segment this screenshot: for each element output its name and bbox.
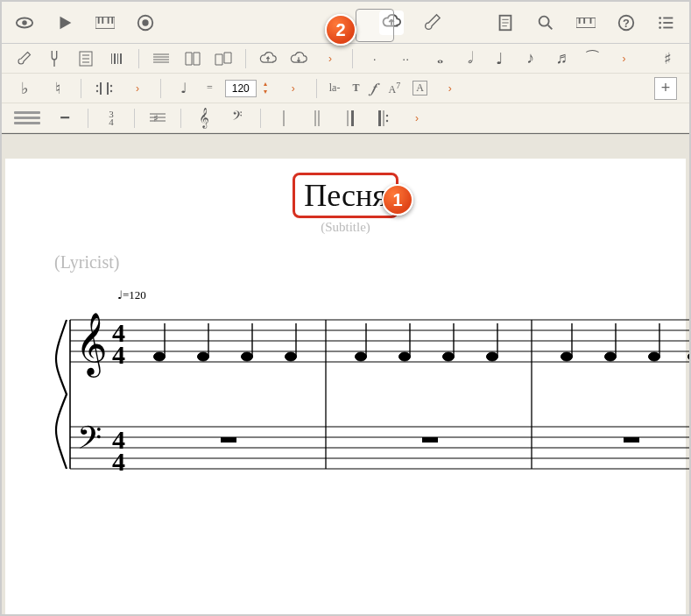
time-sig-34-icon[interactable]: 34 [101,108,122,129]
svg-rect-101 [221,437,236,443]
eighth-note-icon[interactable]: ♪ [521,48,540,69]
tie-icon[interactable]: ⁀ [583,48,603,69]
tempo-down-icon[interactable]: ▾ [260,89,271,96]
barline-repeat-icon[interactable] [373,108,394,129]
document-icon[interactable] [493,11,518,35]
guitar-icon[interactable] [420,11,444,35]
canvas-area: Песня (Subtitle) (Lyricist) ♩=120 [2,134,689,616]
sixteenth-note-icon[interactable]: ♬ [552,48,571,69]
barline-final-icon[interactable] [340,108,361,129]
minus-icon[interactable]: − [54,108,75,129]
svg-text:4: 4 [112,340,125,369]
svg-text:?: ? [623,16,630,29]
tempo-input[interactable] [225,80,257,97]
svg-point-91 [487,352,498,361]
svg-rect-34 [120,53,122,64]
svg-point-77 [154,352,166,361]
barline-single-icon[interactable] [273,108,294,129]
repeat-bars-icon[interactable] [94,78,115,99]
lyricist-placeholder[interactable]: (Lyricist) [54,252,686,273]
svg-point-8 [142,19,148,25]
svg-rect-102 [422,437,438,443]
half-note-icon[interactable]: 𝅗𝅥 [459,48,478,69]
menu-icon[interactable] [14,109,40,128]
svg-point-99 [688,352,690,361]
grand-staff[interactable]: 𝄞 𝄢 4 4 4 4 [54,311,686,478]
double-dot-icon[interactable]: ·· [396,48,415,69]
svg-point-57 [386,119,388,121]
chevron-right-icon[interactable]: › [406,108,427,129]
svg-text:𝄞: 𝄞 [75,313,108,379]
books-icon[interactable] [215,48,234,69]
svg-point-97 [649,352,660,361]
tempo-input-group: ▴ ▾ [225,80,271,97]
record-icon[interactable] [133,11,158,35]
svg-text:♯: ♯ [153,112,159,124]
whole-note-icon[interactable]: 𝅝 [427,48,447,69]
score-page[interactable]: Песня (Subtitle) (Lyricist) ♩=120 [5,159,686,615]
score-page-icon[interactable] [76,48,95,69]
svg-point-24 [659,17,661,19]
help-icon[interactable]: ? [614,11,638,35]
tempo-marking[interactable]: ♩=120 [117,288,686,302]
sharp-icon[interactable]: ♯ [658,48,677,69]
svg-point-85 [356,352,367,361]
chord-tool[interactable]: A7 [388,81,400,96]
cloud-up-small-icon[interactable] [258,48,278,69]
svg-rect-3 [98,17,100,23]
staff-icon[interactable] [152,48,171,69]
add-button[interactable]: + [654,77,677,100]
book-icon[interactable] [183,48,202,69]
text-tool[interactable]: T [352,81,359,95]
piano-icon[interactable] [93,11,117,35]
cloud-down-small-icon[interactable] [290,48,309,69]
svg-point-95 [605,352,617,361]
tool-row-1: › · ·· 𝅝 𝅗𝅥 ♩ ♪ ♬ ⁀ › ♯ [2,44,689,74]
lyrics-tool[interactable]: la- [329,81,341,95]
svg-point-79 [198,352,209,361]
dot-icon[interactable]: · [365,48,384,69]
chevron-right-icon[interactable]: › [615,48,634,69]
search-icon[interactable] [533,11,558,35]
svg-rect-31 [111,53,112,64]
chevron-right-icon[interactable]: › [321,48,340,69]
list-icon[interactable] [654,11,679,35]
svg-point-56 [386,114,388,116]
svg-rect-40 [107,82,109,95]
quarter-note-icon[interactable]: ♩ [490,48,509,69]
dynamics-tool[interactable]: 𝆑 [371,81,376,96]
svg-rect-6 [111,17,113,23]
chevron-right-icon[interactable]: › [440,78,461,99]
tool-row-2: ♭ ♮ › ♩ = ▴ ▾ › la- T 𝆑 A7 A › + [2,74,689,103]
flat-icon[interactable]: ♭ [14,78,35,99]
svg-rect-39 [100,82,102,95]
svg-point-41 [96,84,98,86]
song-subtitle[interactable]: (Subtitle) [5,220,686,235]
secondary-toolbar: › · ·· 𝅝 𝅗𝅥 ♩ ♪ ♬ ⁀ › ♯ ♭ ♮ › ♩ = ▴ ▾ › … [2,44,689,134]
key-sig-icon[interactable]: ♯ [147,108,168,129]
svg-rect-54 [378,110,381,126]
tool-row-3: − 34 ♯ 𝄞 𝄢 › [2,103,689,133]
svg-point-13 [539,16,549,25]
barcode-icon[interactable] [108,48,127,69]
svg-line-14 [548,25,553,29]
equals-label: = [207,81,213,95]
barline-double-icon[interactable] [307,108,328,129]
chevron-right-icon[interactable]: › [283,78,304,99]
svg-point-44 [110,89,112,91]
svg-point-87 [399,352,411,361]
natural-icon[interactable]: ♮ [47,78,68,99]
chevron-right-icon[interactable]: › [127,78,148,99]
svg-text:4: 4 [112,447,125,476]
treble-clef-icon[interactable]: 𝄞 [194,108,215,129]
rehearsal-mark-tool[interactable]: A [412,81,427,96]
tuning-fork-icon[interactable] [46,48,65,69]
svg-rect-103 [624,437,639,443]
guitar-small-icon[interactable] [14,48,33,69]
play-icon[interactable] [53,11,77,35]
svg-rect-4 [102,17,103,23]
bass-clef-icon[interactable]: 𝄢 [227,108,248,129]
eye-icon[interactable] [12,11,37,35]
svg-rect-17 [583,18,585,23]
mini-piano-icon[interactable] [574,11,598,35]
